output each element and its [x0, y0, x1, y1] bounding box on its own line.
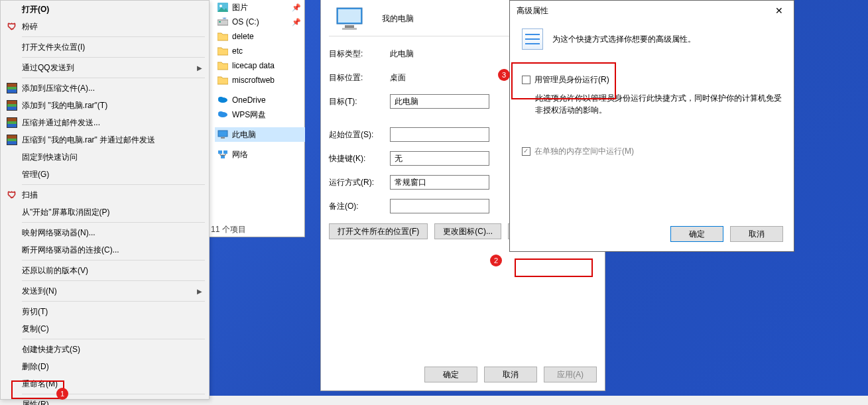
- svg-text:⊞: ⊞: [223, 17, 226, 20]
- context-menu-item[interactable]: 断开网络驱动器的连接(C)...: [1, 241, 209, 259]
- winrar-icon: [7, 135, 17, 145]
- network-icon: [217, 150, 228, 159]
- winrar-icon: [7, 100, 17, 111]
- run-as-admin-label: 用管理员身份运行(R): [534, 74, 609, 86]
- explorer-item[interactable]: 网络: [215, 147, 305, 162]
- chevron-right-icon: ▶: [197, 288, 202, 295]
- properties-title: 我的电脑: [382, 13, 414, 25]
- explorer-item[interactable]: OneDrive: [215, 93, 305, 107]
- target-type-label: 目标类型:: [329, 48, 390, 60]
- context-menu-item[interactable]: 压缩并通过邮件发送...: [1, 114, 209, 131]
- context-menu-item[interactable]: 发送到(N)▶: [1, 282, 209, 300]
- context-menu-item[interactable]: 剪切(T): [1, 303, 209, 320]
- context-menu-item-label: 压缩到 "我的电脑.rar" 并通过邮件发送: [22, 135, 155, 146]
- context-menu-item[interactable]: 映射网络驱动器(N)...: [1, 224, 209, 241]
- context-menu-item-label: 添加到 "我的电脑.rar"(T): [22, 100, 107, 111]
- shortcut-key-label: 快捷键(K):: [329, 153, 390, 164]
- properties-list-icon: [522, 29, 543, 50]
- explorer-item[interactable]: WPS网盘: [215, 107, 305, 122]
- start-in-label: 起始位置(S):: [329, 129, 390, 141]
- folder-icon: [217, 76, 228, 85]
- thispc-icon: [217, 130, 228, 139]
- explorer-item[interactable]: licecap data: [215, 58, 305, 73]
- explorer-item-label: 网络: [232, 149, 248, 160]
- svg-rect-16: [345, 25, 354, 28]
- context-menu-item-label: 粉碎: [22, 21, 38, 32]
- explorer-item[interactable]: delete: [215, 29, 305, 44]
- chevron-right-icon: ▶: [197, 64, 202, 72]
- context-menu-item[interactable]: 属性(R): [1, 396, 209, 405]
- svg-rect-17: [342, 28, 357, 30]
- context-menu-item[interactable]: 复制(C): [1, 320, 209, 337]
- context-menu-item-label: 通过QQ发送到: [22, 62, 74, 74]
- context-menu-item-label: 固定到快速访问: [22, 152, 78, 163]
- explorer-item-label: WPS网盘: [232, 109, 266, 121]
- context-menu-item[interactable]: 添加到 "我的电脑.rar"(T): [1, 97, 209, 114]
- run-mode-select[interactable]: 常规窗口: [390, 175, 489, 190]
- pictures-icon: [217, 3, 228, 12]
- context-menu-item-label: 断开网络驱动器的连接(C)...: [22, 245, 119, 256]
- context-menu-item[interactable]: 重命名(M): [1, 375, 209, 392]
- pin-icon: 📌: [292, 18, 301, 27]
- context-menu-item-label: 复制(C): [22, 323, 49, 335]
- open-file-location-button[interactable]: 打开文件所在的位置(F): [329, 223, 428, 239]
- explorer-item[interactable]: etc: [215, 44, 305, 58]
- explorer-item-label: 图片: [232, 2, 248, 13]
- explorer-nav-tree[interactable]: 图片📌⊞OS (C:)📌deleteetclicecap datamiscrof…: [215, 0, 305, 162]
- context-menu-item[interactable]: 添加到压缩文件(A)...: [1, 80, 209, 97]
- close-icon[interactable]: ✕: [770, 4, 788, 17]
- svg-rect-3: [219, 21, 221, 23]
- context-menu-item[interactable]: 创建快捷方式(S): [1, 341, 209, 358]
- context-menu-item[interactable]: 从"开始"屏幕取消固定(P): [1, 203, 209, 221]
- advanced-description: 为这个快捷方式选择你想要的高级属性。: [552, 34, 696, 45]
- context-menu-item[interactable]: 🛡粉碎: [1, 18, 209, 35]
- svg-point-8: [218, 111, 223, 115]
- explorer-item-label: licecap data: [232, 61, 275, 70]
- explorer-item[interactable]: 图片📌: [215, 0, 305, 15]
- run-as-admin-checkbox[interactable]: [522, 76, 530, 84]
- pin-icon: 📌: [292, 3, 301, 12]
- run-mode-label: 运行方式(R):: [329, 177, 390, 188]
- context-menu-item-label: 创建快捷方式(S): [22, 344, 80, 355]
- change-icon-button[interactable]: 更改图标(C)...: [434, 223, 501, 239]
- context-menu-item[interactable]: 还原以前的版本(V): [1, 262, 209, 279]
- context-menu[interactable]: 打开(O)🛡粉碎打开文件夹位置(I)通过QQ发送到▶添加到压缩文件(A)...添…: [0, 0, 210, 400]
- context-menu-item[interactable]: 🛡扫描: [1, 186, 209, 203]
- explorer-item[interactable]: 此电脑: [215, 127, 305, 142]
- properties-cancel-button[interactable]: 取消: [484, 367, 537, 382]
- comment-label: 备注(O):: [329, 201, 390, 212]
- shortcut-key-input[interactable]: 无: [390, 151, 489, 166]
- winrar-icon: [7, 83, 17, 93]
- context-menu-item[interactable]: 压缩到 "我的电脑.rar" 并通过邮件发送: [1, 131, 209, 148]
- target-input[interactable]: 此电脑: [390, 94, 489, 109]
- context-menu-item[interactable]: 删除(D): [1, 358, 209, 375]
- start-in-input[interactable]: [390, 127, 489, 142]
- target-label: 目标(T):: [329, 96, 390, 107]
- context-menu-item[interactable]: 管理(G): [1, 166, 209, 183]
- mcafee-icon: 🛡: [7, 190, 17, 200]
- separate-memory-label: 在单独的内存空间中运行(M): [534, 146, 634, 157]
- context-menu-item-label: 发送到(N): [22, 286, 57, 297]
- explorer-status-bar: 11 个项目: [211, 224, 246, 235]
- context-menu-item-label: 还原以前的版本(V): [22, 265, 88, 276]
- svg-point-1: [219, 5, 222, 7]
- context-menu-item[interactable]: 打开(O): [1, 1, 209, 18]
- explorer-item[interactable]: ⊞OS (C:)📌: [215, 15, 305, 29]
- context-menu-item[interactable]: 打开文件夹位置(I): [1, 38, 209, 56]
- advanced-cancel-button[interactable]: 取消: [730, 226, 783, 242]
- advanced-ok-button[interactable]: 确定: [670, 226, 723, 242]
- this-pc-icon: [336, 7, 363, 30]
- folder-icon: [217, 32, 228, 41]
- context-menu-item-label: 压缩并通过邮件发送...: [22, 117, 100, 129]
- onedrive-icon: [217, 95, 228, 105]
- comment-input[interactable]: [390, 199, 489, 213]
- context-menu-item[interactable]: 通过QQ发送到▶: [1, 59, 209, 76]
- properties-apply-button[interactable]: 应用(A): [544, 367, 597, 382]
- context-menu-item-label: 重命名(M): [22, 378, 58, 390]
- folder-icon: [217, 61, 228, 70]
- svg-rect-9: [218, 131, 227, 137]
- explorer-item-label: OneDrive: [232, 95, 266, 105]
- properties-ok-button[interactable]: 确定: [424, 367, 477, 382]
- explorer-item[interactable]: miscroftweb: [215, 73, 305, 87]
- context-menu-item[interactable]: 固定到快速访问: [1, 148, 209, 166]
